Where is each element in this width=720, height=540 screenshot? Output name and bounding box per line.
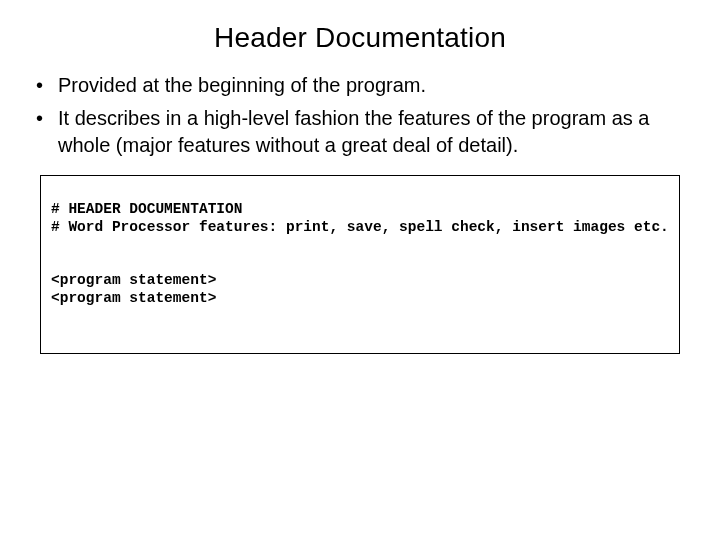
slide-title: Header Documentation [0, 22, 720, 54]
bullet-item: It describes in a high-level fashion the… [54, 105, 690, 159]
code-line: # Word Processor features: print, save, … [51, 219, 669, 235]
code-line: <program statement> [51, 272, 216, 288]
code-line: # HEADER DOCUMENTATION [51, 201, 242, 217]
code-box: # HEADER DOCUMENTATION # Word Processor … [40, 175, 680, 354]
bullet-list: Provided at the beginning of the program… [30, 72, 690, 159]
bullet-item: Provided at the beginning of the program… [54, 72, 690, 99]
code-line: <program statement> [51, 290, 216, 306]
